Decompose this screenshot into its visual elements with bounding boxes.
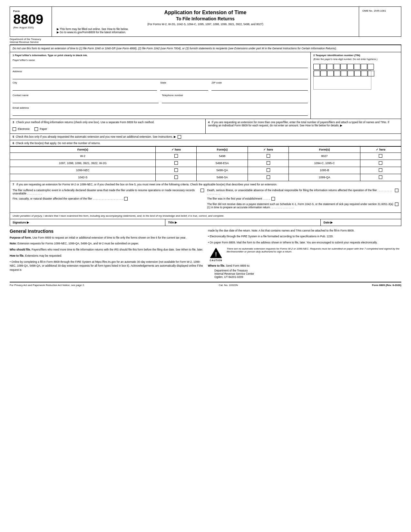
- forms-list: (For Forms W-2, W-2G, 1042-S, 1094-C, 10…: [57, 23, 354, 26]
- tin-grid-cell[interactable]: [347, 71, 354, 76]
- tin-grid-cell[interactable]: [314, 71, 320, 76]
- form-5498: 5498: [197, 153, 248, 160]
- gi-bullet2: • Electronically through the FIRE System…: [208, 234, 401, 239]
- how-text: Extensions may be requested:: [25, 254, 62, 257]
- tin-digit-6[interactable]: [347, 64, 354, 70]
- form-5498sa: 5498-SA: [197, 174, 248, 181]
- criteria-item-1: The filer suffered a catastrophic event …: [13, 189, 204, 195]
- criteria-item-3: Death, serious illness, or unavoidable a…: [207, 189, 399, 195]
- section2-sublabel: (Enter the payer's nine-digit number. Do…: [313, 58, 398, 61]
- gi-made-text: made by the due date of the return. Note…: [208, 229, 401, 233]
- gi-who: Who should file. Payers/filers who need …: [10, 248, 203, 252]
- zip-field[interactable]: [211, 85, 308, 91]
- check-1099qa[interactable]: [360, 174, 401, 181]
- gi-how: How to file. Extensions may be requested…: [10, 254, 203, 258]
- tin-digit-1[interactable]: [313, 64, 320, 70]
- criteria-item-5: The filer did not receive data on a paye…: [207, 202, 399, 209]
- check-1094c[interactable]: [360, 160, 401, 167]
- section3-number: 3: [13, 121, 14, 124]
- criteria-4-checkbox[interactable]: [271, 197, 275, 201]
- tin-grid-cell[interactable]: [361, 71, 367, 76]
- gi-bullet3: • On paper Form 8809. Mail the form to t…: [208, 241, 401, 245]
- criteria-2-checkbox[interactable]: [124, 197, 128, 201]
- check-8027[interactable]: [360, 153, 401, 160]
- section7-intro: If you are requesting an extension for F…: [16, 183, 277, 186]
- note-text: Extension requests for Forms 1099-NEC, 1…: [17, 242, 139, 245]
- check-5498esa[interactable]: [248, 160, 289, 167]
- form-number-block: Form 8809 (Rev. August 2020): [10, 7, 52, 36]
- omb-number: OMB No. 1545-1081: [362, 9, 398, 12]
- check-1095b[interactable]: [360, 167, 401, 174]
- col-header-here3: ✓ here: [360, 146, 401, 153]
- check-1042s[interactable]: [156, 174, 197, 181]
- table-row: 1099-NEC 5498-QA 1095-B: [10, 167, 401, 174]
- city-label: City: [13, 81, 157, 84]
- forms-table: Form(s) ✓ here Form(s) ✓ here Form(s) ✓ …: [10, 146, 401, 181]
- tin-digit-2[interactable]: [320, 64, 327, 70]
- section5-checkbox[interactable]: [178, 135, 181, 139]
- section6-number: 6: [13, 142, 14, 145]
- where-addr2: Internal Revenue Service Center: [214, 272, 401, 275]
- city-field[interactable]: [13, 85, 157, 91]
- date-label: Date ▶: [323, 221, 333, 224]
- section4-number: 4: [208, 121, 210, 124]
- omb-block: OMB No. 1545-1081: [359, 7, 401, 36]
- who-title: Who should file.: [10, 248, 31, 251]
- section5-text: Check this box only if you already reque…: [16, 135, 176, 138]
- caution-label: CAUTION: [210, 259, 222, 261]
- form-ref: Form 8809 (Rev. 8-2020): [372, 284, 401, 287]
- address-label: Address: [13, 70, 308, 73]
- where-address: Department of the Treasury Internal Reve…: [214, 269, 401, 279]
- tin-grid-cell[interactable]: [334, 71, 340, 76]
- tin-digit-9[interactable]: [367, 64, 374, 70]
- email-field[interactable]: [13, 111, 308, 116]
- irs-name: Internal Revenue Service: [10, 41, 401, 44]
- electronic-checkbox[interactable]: [13, 127, 16, 131]
- form-1099qa: 1099-QA: [289, 174, 360, 181]
- form-w2: W-2: [10, 153, 156, 160]
- telephone-label: Telephone number: [162, 94, 308, 97]
- state-field[interactable]: [160, 85, 208, 91]
- tin-grid-cell[interactable]: [320, 71, 327, 76]
- criteria-5-checkbox[interactable]: [395, 202, 398, 206]
- title-field: Title ▶: [165, 219, 321, 226]
- privacy-text: For Privacy Act and Paperwork Reduction …: [10, 284, 85, 287]
- check-5498[interactable]: [248, 153, 289, 160]
- state-label: State: [160, 81, 208, 84]
- check-1099nec[interactable]: [156, 167, 197, 174]
- section6-text: Check only the box(es) that apply. Do no…: [16, 142, 101, 145]
- address-field[interactable]: [13, 74, 308, 79]
- payer-section: 1 Payer's/filer's information. Type or p…: [10, 52, 401, 119]
- check-5498qa[interactable]: [248, 167, 289, 174]
- agency-left: Department of the Treasury Internal Reve…: [10, 38, 401, 44]
- tin-grid-cell[interactable]: [368, 71, 374, 76]
- section3-text: Check your method of filing information …: [16, 121, 154, 124]
- tin-digit-7[interactable]: [354, 64, 360, 70]
- tin-digit-8[interactable]: [361, 64, 367, 70]
- tin-grid-cell[interactable]: [354, 71, 361, 76]
- paper-checkbox[interactable]: [34, 127, 38, 131]
- check-5498sa[interactable]: [248, 174, 289, 181]
- where-text: Send Form 8809 to:: [226, 264, 250, 267]
- col-header-form3: Form(s): [289, 146, 360, 153]
- telephone-field[interactable]: [162, 98, 308, 103]
- contact-field[interactable]: [13, 98, 159, 103]
- penalties-text: Under penalties of perjury, I declare th…: [13, 214, 224, 217]
- form-1095b: 1095-B: [289, 167, 360, 174]
- criteria-col-left: The filer suffered a catastrophic event …: [13, 189, 204, 211]
- tin-grid-cell[interactable]: [341, 71, 347, 76]
- criteria-1-checkbox[interactable]: [201, 189, 204, 192]
- purpose-text: Use Form 8809 to request an initial or a…: [32, 236, 186, 239]
- section7: 7 If you are requesting an extension for…: [10, 181, 401, 213]
- check-1097[interactable]: [156, 160, 197, 167]
- tin-digit-5[interactable]: [340, 64, 347, 70]
- tin-grid-cell[interactable]: [327, 71, 334, 76]
- section3-4: 3 Check your method of filing informatio…: [10, 119, 401, 134]
- caution-triangle-icon: !: [210, 247, 222, 259]
- payer-name-field[interactable]: [13, 63, 308, 68]
- section5-row: 5 Check this box only if you already req…: [10, 134, 401, 140]
- tin-digit-4[interactable]: [334, 64, 340, 70]
- check-w2[interactable]: [156, 153, 197, 160]
- tin-digit-3[interactable]: [327, 64, 333, 70]
- criteria-3-checkbox[interactable]: [395, 189, 398, 192]
